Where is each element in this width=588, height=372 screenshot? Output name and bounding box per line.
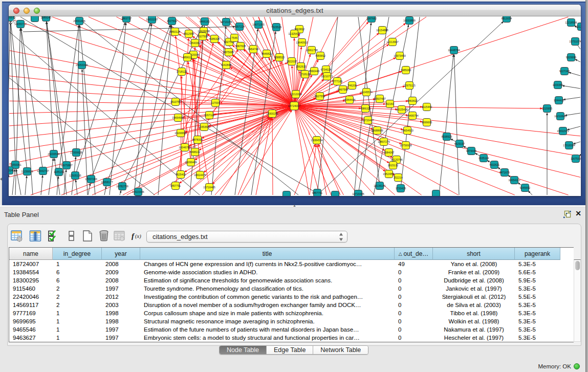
column-header-title[interactable]: title	[140, 248, 395, 260]
graph-node[interactable]: 13640910	[296, 39, 308, 47]
graph-node[interactable]: 7625402	[176, 171, 186, 179]
graph-node[interactable]: 8813054	[502, 16, 512, 23]
graph-node[interactable]: 9777169	[332, 78, 343, 85]
graph-node[interactable]: 7546	[231, 34, 238, 42]
column-header-pagerank[interactable]: pagerank	[515, 248, 560, 260]
graph-node[interactable]: 13716485	[352, 190, 364, 196]
graph-node[interactable]: 20053346	[76, 61, 88, 69]
function-builder-icon[interactable]: f (x)	[130, 230, 146, 242]
graph-node[interactable]: 9245652	[520, 184, 531, 192]
column-header-year[interactable]: year	[102, 248, 140, 260]
graph-node[interactable]: 7986322	[360, 105, 371, 113]
graph-node[interactable]: 1244415	[554, 97, 564, 104]
graph-node[interactable]: 9329996	[566, 54, 577, 61]
float-panel-icon[interactable]	[563, 210, 571, 218]
graph-node[interactable]: 1822037	[287, 58, 297, 65]
graph-node[interactable]: 19384554	[311, 137, 323, 144]
graph-node[interactable]: 15716485	[203, 184, 215, 191]
graph-node[interactable]: 10756928	[400, 142, 412, 149]
graph-node[interactable]: 8878334	[192, 136, 203, 144]
table-row[interactable]: 911546021997Tourette syndrome. Phenomeno…	[9, 285, 574, 293]
graph-node[interactable]	[283, 191, 291, 196]
column-header-out_degree[interactable]: △out_de…	[395, 248, 433, 260]
graph-node[interactable]: 16961758	[306, 47, 318, 54]
graph-node[interactable]: 117004	[211, 99, 220, 107]
graph-node[interactable]: 8938923	[442, 133, 452, 141]
graph-node[interactable]: 62160	[386, 100, 394, 108]
graph-node[interactable]: 1562615	[296, 63, 307, 71]
graph-node[interactable]	[332, 191, 339, 196]
graph-node[interactable]: 1733426	[396, 185, 406, 192]
graph-node[interactable]: 10719155	[220, 18, 232, 26]
graph-node[interactable]: 7357224	[234, 23, 245, 31]
graph-node[interactable]: 14136141	[374, 182, 386, 190]
delete-table-icon-disabled[interactable]	[113, 230, 125, 242]
table-row[interactable]: 1938455462009Genome-wide association stu…	[9, 268, 574, 276]
table-row[interactable]: 1872400712008Changes of HCN gene express…	[9, 260, 574, 268]
network-graph[interactable]: 1905571140557122089140206914061883737106…	[9, 16, 581, 196]
graph-node[interactable]: 9627552	[315, 93, 325, 100]
graph-node[interactable]: 1167533	[571, 155, 581, 163]
row-height-icon[interactable]	[66, 230, 78, 242]
graph-node[interactable]: 17016504	[563, 142, 575, 149]
graph-node[interactable]: 12975115	[403, 82, 415, 90]
graph-node[interactable]: 8912954	[184, 30, 194, 38]
expand-left-panel-arrow[interactable]	[0, 177, 3, 182]
graph-node[interactable]: 1615132	[388, 162, 399, 169]
column-header-name[interactable]: name	[9, 248, 53, 260]
graph-node[interactable]	[432, 190, 440, 196]
graph-node[interactable]: 16210643	[554, 113, 567, 120]
graph-node[interactable]: 7515526	[271, 24, 282, 31]
graph-node[interactable]: 8471676	[499, 169, 510, 177]
table-row[interactable]: 977716911998Corpus callosum shape and si…	[9, 309, 574, 317]
graph-node[interactable]: 9327508	[198, 33, 208, 40]
graph-node[interactable]: 7955812	[315, 52, 326, 60]
graph-node[interactable]: 6466160	[200, 18, 210, 26]
graph-node[interactable]: 1610756	[170, 98, 181, 106]
graph-node[interactable]: 16099489	[185, 159, 197, 166]
table-row[interactable]: 1456911722003Disruption of a novel membe…	[9, 301, 574, 309]
tab-network-table[interactable]: Network Table	[313, 346, 368, 354]
graph-node[interactable]: 10973493	[394, 52, 406, 60]
graph-node[interactable]: 2935114	[478, 155, 489, 162]
graph-node[interactable]: 7632621	[489, 161, 500, 169]
tab-edge-table[interactable]: Edge Table	[267, 346, 313, 354]
graph-node[interactable]: 8454749	[248, 46, 259, 53]
select-rows-icon[interactable]	[48, 230, 60, 242]
graph-node[interactable]: 989613	[183, 54, 192, 61]
graph-node[interactable]: 9084067	[384, 149, 395, 157]
graph-node[interactable]: 12942737	[37, 167, 49, 175]
graph-node[interactable]: 1527602	[167, 17, 178, 25]
graph-node[interactable]: 15751074	[569, 38, 581, 46]
graph-node[interactable]: 16033809	[403, 17, 416, 25]
select-columns-icon[interactable]	[29, 230, 41, 242]
graph-node[interactable]: 2089140	[41, 16, 52, 21]
graph-node[interactable]: 3267110	[204, 112, 214, 119]
tab-node-table[interactable]: Node Table	[220, 346, 267, 354]
graph-node[interactable]: 12218506	[565, 19, 577, 27]
new-column-icon[interactable]	[81, 230, 94, 242]
graph-node[interactable]: 9474444	[466, 147, 477, 155]
graph-node[interactable]: 8186328	[209, 35, 220, 43]
graph-node[interactable]: 1883737	[121, 16, 132, 23]
graph-node[interactable]: 9115460	[422, 103, 432, 111]
graph-node[interactable]: 1588520	[274, 54, 285, 61]
window-resize-grip[interactable]	[9, 16, 16, 24]
graph-node[interactable]: 9227343	[559, 68, 570, 75]
graph-node[interactable]: 3215955	[542, 105, 553, 113]
graph-node[interactable]: 20691406	[73, 17, 85, 25]
table-settings-icon[interactable]	[11, 230, 23, 242]
graph-node[interactable]: 8990443	[309, 68, 320, 75]
table-row[interactable]: 1830029562008Estimation of significance …	[9, 276, 574, 285]
graph-node[interactable]: 16245574	[360, 89, 373, 96]
table-row[interactable]: 969969511998Structural magnetic resonanc…	[9, 317, 574, 325]
graph-node[interactable]: 20206536	[48, 150, 60, 158]
network-canvas[interactable]: 1905571140557122089140206914061883737106…	[9, 16, 581, 196]
graph-node[interactable]: 746206	[347, 82, 357, 90]
table-row[interactable]: 946362711997Embryonic stem cells: a mode…	[9, 334, 574, 342]
graph-node[interactable]: 9699695	[422, 119, 432, 126]
divider-grip-icon[interactable]: ▲	[292, 204, 297, 207]
column-header-short[interactable]: short	[433, 248, 515, 260]
graph-node[interactable]: 1498222	[190, 148, 201, 156]
graph-node[interactable]: 2087662	[366, 16, 377, 23]
